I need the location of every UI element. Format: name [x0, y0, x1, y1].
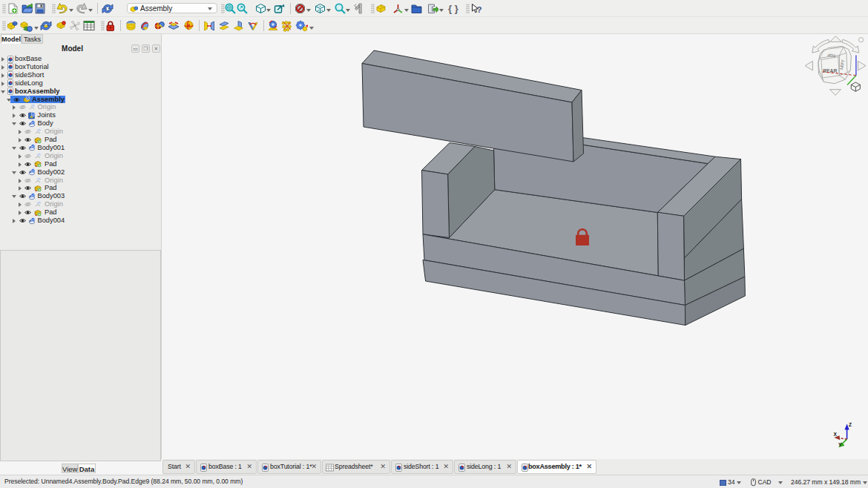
- svg-text:Z: Z: [849, 422, 852, 427]
- svg-text:{ }: { }: [448, 3, 458, 14]
- svg-text:?: ?: [477, 5, 482, 14]
- svg-text:Y: Y: [838, 442, 842, 447]
- svg-text:X: X: [834, 432, 838, 437]
- svg-text:REAR: REAR: [823, 68, 837, 73]
